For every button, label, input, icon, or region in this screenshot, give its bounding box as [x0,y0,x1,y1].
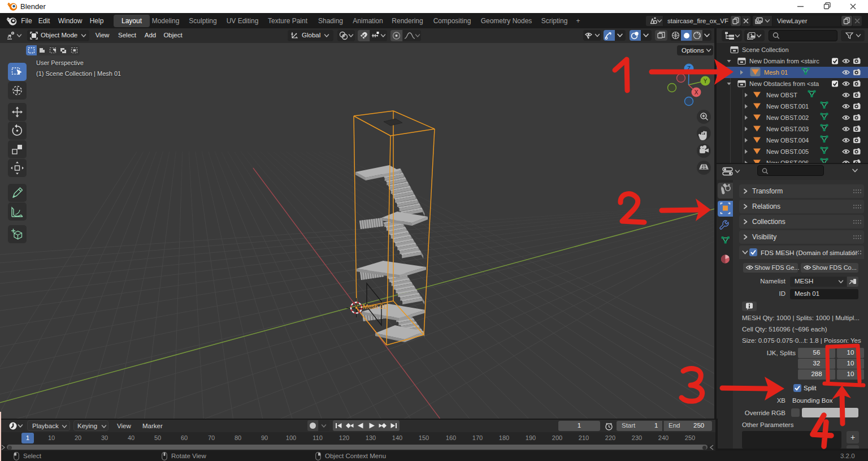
svg-text:New Domain from <stairc: New Domain from <stairc [749,58,819,64]
svg-text:Scene Collection: Scene Collection [742,46,789,53]
svg-text:Y: Y [704,78,708,84]
svg-text:New OBST.004: New OBST.004 [766,137,809,144]
svg-text:Mesh 01: Mesh 01 [363,303,387,310]
svg-text:Z: Z [687,66,691,72]
svg-text:New OBST.005: New OBST.005 [766,148,809,155]
svg-text:New OBST.001: New OBST.001 [766,103,809,110]
svg-text:New Obstacles from <sta: New Obstacles from <sta [749,80,819,87]
svg-text:New OBST: New OBST [766,92,797,98]
svg-text:X: X [695,89,698,96]
svg-text:Mesh 01: Mesh 01 [764,69,788,76]
svg-text:New OBST.003: New OBST.003 [766,126,809,132]
svg-text:New OBST.002: New OBST.002 [766,114,809,121]
